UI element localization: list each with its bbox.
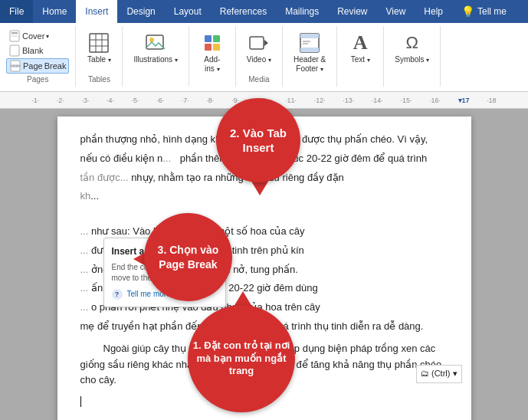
- text-label: Text ▾: [351, 55, 370, 64]
- header-footer-button[interactable]: Header &Footer ▾: [289, 29, 330, 75]
- svg-rect-19: [250, 37, 264, 49]
- callout-tab-insert: 2. Vào Tab Insert: [216, 98, 300, 182]
- svg-rect-8: [90, 34, 108, 52]
- clipboard-hint[interactable]: 🗂 (Ctrl) ▾: [416, 365, 462, 383]
- svg-rect-13: [146, 35, 163, 49]
- illustrations-label: Illustrations ▾: [133, 55, 177, 64]
- tab-references[interactable]: References: [211, 0, 276, 23]
- document-area: ·1··2··3··4··5··6··7··8··9··10··11··12··…: [0, 92, 528, 420]
- tab-review[interactable]: Review: [328, 0, 376, 23]
- group-pages: Cover ▾ Blank: [0, 26, 76, 87]
- text-button[interactable]: A Text ▾: [343, 29, 377, 66]
- table-icon: [87, 31, 111, 55]
- symbols-button[interactable]: Ω Symbols ▾: [390, 29, 434, 66]
- illustrations-button[interactable]: Illustrations ▾: [129, 29, 182, 66]
- group-text: A Text ▾: [337, 26, 384, 87]
- svg-rect-23: [300, 48, 319, 52]
- callout-page-break: 3. Chọn vào Page Break: [144, 213, 232, 301]
- callout-tab-insert-arrow: [251, 180, 269, 195]
- addins-label: Add-ins ▾: [204, 55, 220, 74]
- group-media: Video ▾ Media: [236, 26, 283, 87]
- ribbon: File Home Insert Design Layout Reference…: [0, 0, 528, 92]
- group-tables: Table ▾ Tables: [76, 26, 123, 87]
- tab-tell-me[interactable]: 💡 Tell me: [452, 0, 516, 23]
- cover-page-icon: [8, 30, 21, 42]
- tab-help[interactable]: Help: [415, 0, 452, 23]
- blank-page-button[interactable]: Blank: [6, 44, 46, 57]
- text-icon: A: [348, 31, 372, 55]
- svg-rect-22: [300, 34, 319, 38]
- help-icon: ?: [112, 289, 123, 300]
- group-symbols: Ω Symbols ▾: [384, 26, 441, 87]
- media-group-label: Media: [248, 75, 269, 84]
- clipboard-ctrl: (Ctrl): [431, 369, 450, 378]
- header-footer-label: Header &Footer ▾: [294, 55, 326, 74]
- blank-page-icon: [8, 44, 21, 57]
- tab-view[interactable]: View: [377, 0, 415, 23]
- group-header-footer: Header &Footer ▾: [283, 26, 337, 87]
- header-footer-icon: [297, 31, 322, 55]
- svg-rect-18: [213, 44, 220, 51]
- page-break-label2: Break: [44, 61, 67, 71]
- svg-marker-20: [264, 40, 268, 46]
- svg-rect-3: [11, 36, 18, 37]
- page-break-button[interactable]: Page Break: [6, 58, 69, 74]
- table-label: Table ▾: [87, 55, 111, 64]
- table-button[interactable]: Table ▾: [82, 29, 116, 66]
- illustrations-icon: [143, 31, 168, 55]
- video-button[interactable]: Video ▾: [242, 29, 276, 66]
- addins-icon: [200, 31, 225, 55]
- svg-rect-1: [11, 32, 18, 34]
- ribbon-content: Cover ▾ Blank: [0, 23, 528, 92]
- svg-rect-17: [205, 44, 212, 51]
- svg-rect-16: [213, 35, 220, 42]
- svg-rect-7: [11, 67, 20, 71]
- cover-page-button[interactable]: Cover ▾: [6, 29, 51, 43]
- video-icon: [247, 31, 271, 55]
- tab-mailings[interactable]: Mailings: [276, 0, 328, 23]
- svg-rect-4: [10, 45, 19, 56]
- callout-cursor-arrow: [234, 291, 252, 307]
- cover-page-arrow: ▾: [46, 33, 49, 40]
- svg-rect-5: [11, 61, 20, 65]
- page-break-icon: [9, 60, 21, 72]
- cover-page-label: Cover: [22, 31, 44, 41]
- addins-button[interactable]: Add-ins ▾: [195, 29, 229, 75]
- pages-buttons: Cover ▾ Blank: [6, 29, 69, 74]
- video-label: Video ▾: [247, 55, 271, 64]
- group-addins: Add-ins ▾: [189, 26, 236, 87]
- tab-design[interactable]: Design: [117, 0, 164, 23]
- group-illustrations: Illustrations ▾: [123, 26, 189, 87]
- tables-group-label: Tables: [88, 75, 110, 84]
- callout-cursor-place: 1. Đặt con trỏ tại nơi mà bạn muốn ngắt …: [188, 305, 295, 412]
- page-break-label: Page: [23, 61, 43, 71]
- symbols-icon: Ω: [400, 31, 425, 55]
- svg-rect-2: [11, 34, 18, 35]
- ribbon-tabs: File Home Insert Design Layout Reference…: [0, 0, 528, 23]
- pages-group-label: Pages: [27, 75, 48, 84]
- tab-file[interactable]: File: [0, 0, 33, 23]
- clipboard-arrow: ▾: [453, 369, 457, 378]
- lightbulb-icon: 💡: [461, 5, 474, 18]
- tab-insert[interactable]: Insert: [76, 0, 117, 23]
- clipboard-icon: 🗂: [421, 369, 429, 378]
- tab-home[interactable]: Home: [33, 0, 76, 23]
- symbols-label: Symbols ▾: [395, 55, 429, 64]
- blank-page-label: Blank: [22, 46, 44, 55]
- tab-layout[interactable]: Layout: [165, 0, 211, 23]
- text-cursor: [80, 396, 81, 407]
- svg-rect-15: [205, 35, 212, 42]
